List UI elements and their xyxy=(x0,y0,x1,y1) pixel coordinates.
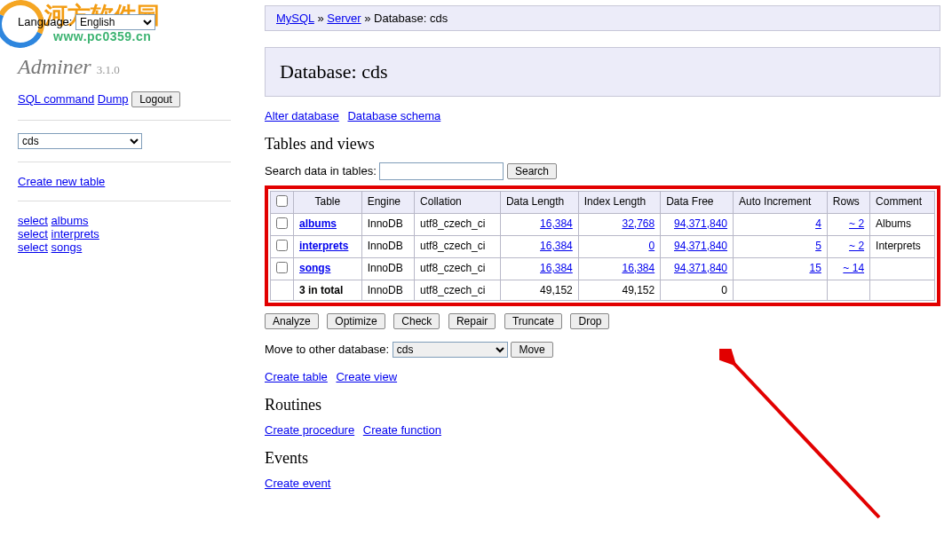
breadcrumb-server[interactable]: Server xyxy=(327,12,361,25)
logout-button[interactable]: Logout xyxy=(131,91,180,107)
cell-engine: InnoDB xyxy=(361,214,414,236)
col-auto-increment[interactable]: Auto Increment xyxy=(734,192,828,214)
select-link[interactable]: select xyxy=(18,214,48,227)
database-select[interactable]: cds xyxy=(18,133,142,149)
table-name-link[interactable]: songs xyxy=(299,262,330,274)
cell-data-length[interactable]: 16,384 xyxy=(540,262,573,274)
create-event-link[interactable]: Create event xyxy=(265,477,330,490)
cell-auto-increment[interactable]: 15 xyxy=(809,262,821,274)
table-name-link[interactable]: albums xyxy=(299,217,337,230)
cell-rows[interactable]: ~ 2 xyxy=(849,217,864,230)
breadcrumb-mysql[interactable]: MySQL xyxy=(276,12,314,25)
create-function-link[interactable]: Create function xyxy=(363,423,441,437)
select-all-checkbox[interactable] xyxy=(276,195,288,207)
col-data-free[interactable]: Data Free xyxy=(661,192,734,214)
table-name-link[interactable]: interprets xyxy=(299,240,348,252)
language-label: Language: xyxy=(18,15,72,28)
cell-auto-increment[interactable]: 5 xyxy=(815,240,821,252)
select-link[interactable]: select xyxy=(18,227,48,241)
move-button[interactable]: Move xyxy=(511,342,552,358)
table-total-row: 3 in totalInnoDButf8_czech_ci49,15249,15… xyxy=(271,280,935,301)
optimize-button[interactable]: Optimize xyxy=(327,313,385,329)
cell-comment: Albums xyxy=(870,214,935,236)
sidebar: 河方软件园 www.pc0359.cn Language: English Ad… xyxy=(0,0,249,280)
sidebar-item-songs[interactable]: songs xyxy=(52,241,83,254)
move-database-select[interactable]: cds xyxy=(393,342,508,358)
page-title: Database: cds xyxy=(265,47,940,97)
cell-index-length[interactable]: 16,384 xyxy=(622,262,654,274)
cell-rows[interactable]: ~ 14 xyxy=(843,262,864,274)
cell-data-free[interactable]: 94,371,840 xyxy=(674,217,727,230)
table-row: songsInnoDButf8_czech_ci16,38416,38494,3… xyxy=(271,258,935,280)
search-label: Search data in tables: xyxy=(265,164,377,177)
language-select[interactable]: English xyxy=(75,14,155,30)
main-content: MySQL » Server » Database: cds Database:… xyxy=(265,0,940,502)
table-actions: Analyze Optimize Check Repair Truncate D… xyxy=(265,313,940,329)
col-table[interactable]: Table xyxy=(294,192,362,214)
analyze-button[interactable]: Analyze xyxy=(265,313,319,329)
cell-data-free[interactable]: 94,371,840 xyxy=(674,262,727,274)
sidebar-table-list: select albums select interprets select s… xyxy=(18,214,231,254)
search-button[interactable]: Search xyxy=(507,163,557,179)
col-comment[interactable]: Comment xyxy=(870,192,935,214)
search-input[interactable] xyxy=(379,162,504,180)
select-link[interactable]: select xyxy=(18,241,48,254)
database-schema-link[interactable]: Database schema xyxy=(347,109,440,122)
cell-data-length[interactable]: 16,384 xyxy=(540,217,573,230)
cell-collation: utf8_czech_ci xyxy=(415,236,501,258)
routines-heading: Routines xyxy=(265,396,940,414)
dump-link[interactable]: Dump xyxy=(98,92,129,106)
row-checkbox[interactable] xyxy=(276,217,288,229)
cell-index-length[interactable]: 32,768 xyxy=(622,217,654,230)
cell-comment xyxy=(870,258,935,280)
breadcrumb: MySQL » Server » Database: cds xyxy=(265,5,940,31)
create-procedure-link[interactable]: Create procedure xyxy=(265,423,354,437)
cell-index-length[interactable]: 0 xyxy=(648,240,654,252)
col-collation[interactable]: Collation xyxy=(415,192,501,214)
sidebar-item-interprets[interactable]: interprets xyxy=(52,227,99,241)
col-data-length[interactable]: Data Length xyxy=(500,192,578,214)
row-checkbox[interactable] xyxy=(276,262,288,273)
cell-data-length[interactable]: 16,384 xyxy=(540,240,573,252)
repair-button[interactable]: Repair xyxy=(448,313,496,329)
create-table-link[interactable]: Create table xyxy=(265,370,328,383)
tables-highlight-box: Table Engine Collation Data Length Index… xyxy=(265,185,940,306)
total-label: 3 in total xyxy=(294,280,362,301)
cell-engine: InnoDB xyxy=(361,236,414,258)
cell-auto-increment[interactable]: 4 xyxy=(815,217,821,230)
sidebar-item-albums[interactable]: albums xyxy=(52,214,89,227)
tables-heading: Tables and views xyxy=(265,135,940,154)
drop-button[interactable]: Drop xyxy=(570,313,609,329)
cell-collation: utf8_czech_ci xyxy=(415,258,501,280)
cell-rows[interactable]: ~ 2 xyxy=(849,240,864,252)
sql-command-link[interactable]: SQL command xyxy=(18,92,94,106)
cell-data-free[interactable]: 94,371,840 xyxy=(674,240,727,252)
table-row: interpretsInnoDButf8_czech_ci16,384094,3… xyxy=(271,236,935,258)
brand: Adminer 3.1.0 xyxy=(18,55,231,79)
truncate-button[interactable]: Truncate xyxy=(504,313,562,329)
cell-collation: utf8_czech_ci xyxy=(415,214,501,236)
row-checkbox[interactable] xyxy=(276,240,288,251)
cell-comment: Interprets xyxy=(870,236,935,258)
col-index-length[interactable]: Index Length xyxy=(578,192,660,214)
tables-grid: Table Engine Collation Data Length Index… xyxy=(270,191,935,301)
col-engine[interactable]: Engine xyxy=(361,192,414,214)
col-rows[interactable]: Rows xyxy=(827,192,869,214)
move-label: Move to other database: xyxy=(265,343,389,356)
cell-engine: InnoDB xyxy=(361,258,414,280)
create-new-table-link[interactable]: Create new table xyxy=(18,175,105,188)
events-heading: Events xyxy=(265,449,940,468)
alter-database-link[interactable]: Alter database xyxy=(265,109,339,122)
check-button[interactable]: Check xyxy=(393,313,440,329)
table-row: albumsInnoDButf8_czech_ci16,38432,76894,… xyxy=(271,214,935,236)
create-view-link[interactable]: Create view xyxy=(336,370,397,383)
